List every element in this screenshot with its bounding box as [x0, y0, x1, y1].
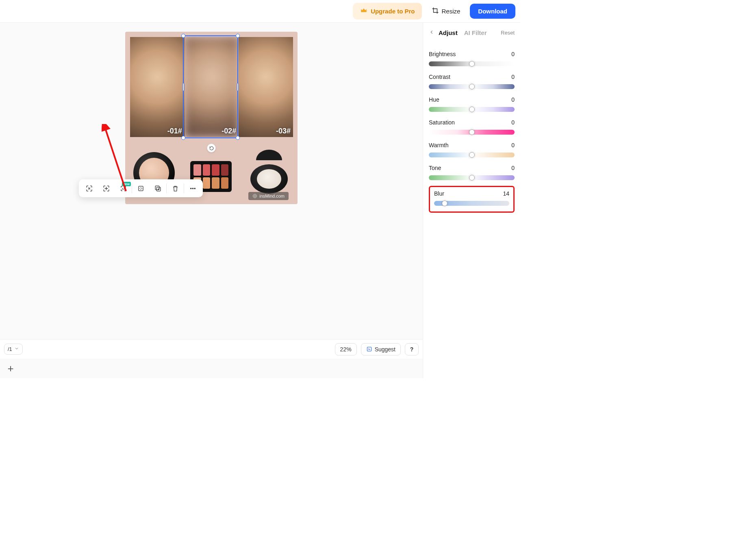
help-button[interactable]: ?: [405, 343, 419, 355]
reset-button[interactable]: Reset: [501, 30, 515, 36]
utility-bar: /1 22% Suggest ?: [0, 339, 423, 359]
model-strip: -01# -02# -03#: [130, 37, 293, 137]
saturation-label: Saturation: [429, 119, 455, 126]
warmth-slider[interactable]: [429, 152, 515, 157]
svg-point-4: [140, 187, 142, 190]
hue-value: 0: [511, 96, 515, 103]
saturation-value: 0: [511, 119, 515, 126]
add-bar: +: [0, 359, 423, 378]
canvas-column: -01# -02# -03#: [0, 23, 423, 378]
warmth-label: Warmth: [429, 142, 448, 148]
svg-text:AI: AI: [122, 187, 124, 190]
tab-adjust[interactable]: Adjust: [436, 28, 460, 38]
chevron-down-icon: [14, 346, 19, 352]
brightness-thumb[interactable]: [469, 61, 475, 67]
hue-thumb[interactable]: [469, 107, 475, 112]
hue-label: Hue: [429, 96, 439, 103]
blur-value: 14: [503, 190, 509, 197]
model-label: -02#: [222, 127, 236, 135]
help-label: ?: [410, 346, 414, 353]
contrast-value: 0: [511, 74, 515, 80]
tone-slider[interactable]: [429, 175, 515, 180]
top-bar: Upgrade to Pro Resize Download: [0, 0, 520, 23]
upgrade-button[interactable]: Upgrade to Pro: [353, 3, 422, 20]
plus-icon: +: [7, 362, 13, 375]
svg-point-7: [190, 188, 191, 189]
contrast-thumb[interactable]: [469, 84, 475, 89]
brightness-control: Brightness0: [429, 51, 515, 66]
saturation-slider[interactable]: [429, 130, 515, 135]
suggest-button[interactable]: Suggest: [361, 343, 401, 355]
warmth-value: 0: [511, 142, 515, 148]
saturation-thumb[interactable]: [469, 129, 475, 135]
effects-button[interactable]: [132, 181, 149, 196]
brightness-label: Brightness: [429, 51, 456, 57]
svg-point-1: [254, 195, 256, 197]
contrast-control: Contrast0: [429, 74, 515, 89]
canvas-frame[interactable]: -01# -02# -03#: [125, 32, 298, 204]
svg-point-0: [253, 194, 257, 198]
blur-control: Blur14: [434, 190, 509, 206]
warmth-thumb[interactable]: [469, 152, 475, 158]
watermark-text: insMind.com: [259, 194, 285, 198]
rotate-handle[interactable]: [207, 144, 216, 152]
tone-value: 0: [511, 165, 515, 171]
sidebar: Adjust AI Filter Reset Brightness0Contra…: [423, 23, 520, 378]
resize-button[interactable]: Resize: [428, 4, 464, 19]
upgrade-label: Upgrade to Pro: [371, 8, 415, 15]
controls-list: Brightness0Contrast0Hue0Saturation0Warmt…: [423, 43, 520, 378]
brightness-slider[interactable]: [429, 61, 515, 66]
new-badge: New: [122, 182, 131, 186]
zoom-indicator[interactable]: 22%: [335, 343, 357, 355]
zoom-label: 22%: [340, 346, 352, 353]
page-label: /1: [8, 346, 12, 352]
svg-rect-3: [138, 186, 143, 190]
crop-remove-button[interactable]: [80, 181, 98, 196]
model-image-1[interactable]: -01#: [130, 37, 185, 137]
download-button[interactable]: Download: [470, 4, 515, 19]
duplicate-button[interactable]: [149, 181, 166, 196]
contrast-slider[interactable]: [429, 84, 515, 89]
sidebar-header: Adjust AI Filter Reset: [423, 23, 520, 43]
ai-tool-button[interactable]: AI New: [115, 181, 132, 196]
brightness-value: 0: [511, 51, 515, 57]
tone-thumb[interactable]: [469, 175, 475, 181]
compact-product-2[interactable]: [250, 150, 288, 194]
tone-label: Tone: [429, 165, 441, 171]
more-button[interactable]: [184, 181, 201, 196]
blur-thumb[interactable]: [442, 200, 448, 206]
delete-button[interactable]: [167, 181, 184, 196]
blur-label: Blur: [434, 190, 444, 197]
tab-ai-filter[interactable]: AI Filter: [462, 28, 489, 38]
model-image-2[interactable]: -02#: [185, 37, 239, 137]
suggest-label: Suggest: [375, 346, 395, 353]
hue-control: Hue0: [429, 96, 515, 112]
back-button[interactable]: [429, 29, 434, 37]
crown-icon: [360, 7, 367, 15]
svg-point-8: [192, 188, 193, 189]
watermark: insMind.com: [248, 192, 289, 200]
add-page-button[interactable]: +: [6, 362, 15, 375]
page-selector[interactable]: /1: [4, 344, 23, 355]
crop-icon: [432, 7, 439, 15]
blur-slider[interactable]: [434, 201, 509, 206]
canvas-wrap: -01# -02# -03#: [0, 23, 423, 339]
download-label: Download: [478, 8, 507, 15]
warmth-control: Warmth0: [429, 142, 515, 157]
model-label: -01#: [167, 127, 182, 135]
hue-slider[interactable]: [429, 107, 515, 112]
model-label: -03#: [276, 127, 291, 135]
contrast-label: Contrast: [429, 74, 450, 80]
context-toolbar: AI New: [79, 179, 203, 197]
resize-label: Resize: [441, 8, 460, 15]
tone-control: Tone0: [429, 165, 515, 180]
svg-point-9: [194, 188, 195, 189]
model-image-3[interactable]: -03#: [239, 37, 293, 137]
expand-button[interactable]: [98, 181, 115, 196]
saturation-control: Saturation0: [429, 119, 515, 135]
